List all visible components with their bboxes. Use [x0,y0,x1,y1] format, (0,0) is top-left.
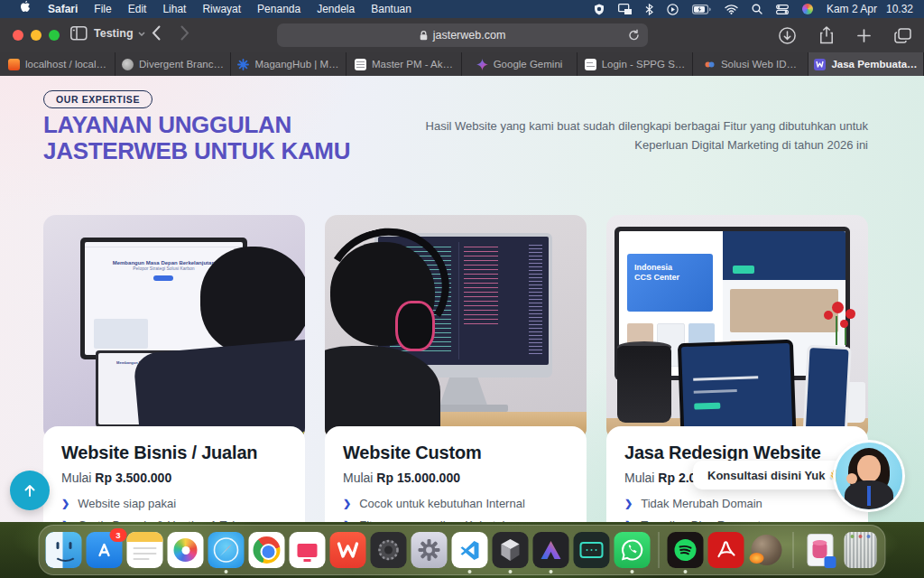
menubar-item-riwayat[interactable]: Riwayat [194,0,249,18]
whatsapp-icon[interactable] [614,532,651,568]
page-title: LAYANAN UNGGULAN JASTERWEB UNTUK KAMU [43,112,350,164]
localhost-favicon [8,59,20,70]
gradient-a-app-icon[interactable] [533,532,569,568]
share-icon[interactable] [819,26,834,48]
card-image-jasa-redesign: IndonesiaCCS Center [606,215,868,441]
acrobat-icon[interactable] [708,532,744,568]
chat-widget-bubble[interactable]: Konsultasi disini Yuk 👋 [693,461,857,489]
card-title: Website Custom [343,443,568,463]
new-tab-icon[interactable] [857,29,871,46]
control-center-icon[interactable] [776,5,789,14]
url-text: jasterweb.com [433,29,506,42]
shield-icon[interactable] [594,4,605,15]
section-badge: OUR EXPERTISE [43,90,152,108]
download-icon[interactable] [779,27,796,48]
tab-master-pm[interactable]: Master PM - Ak… [346,52,462,76]
safari-toolbar: Testing jasterweb.com [0,18,924,52]
address-bar[interactable]: jasterweb.com [277,23,648,47]
card-title: Website Bisnis / Jualan [61,443,287,463]
chrome-icon[interactable] [249,532,285,568]
sidebar-icon[interactable] [70,26,88,44]
menubar-item-file[interactable]: File [86,0,119,18]
feature-item: ❯Tampilan Bisa Request [624,518,850,522]
vscode-icon[interactable] [452,532,488,568]
menubar-item-bantuan[interactable]: Bantuan [363,0,420,18]
maximize-window-button[interactable] [49,30,60,41]
menu-bar: Safari File Edit Lihat Riwayat Penanda J… [0,0,924,18]
tab-overview-icon[interactable] [894,28,911,47]
person-silhouette [200,247,305,355]
safari-window: Testing jasterweb.com localhost / local…… [0,18,924,522]
play-circle-icon[interactable] [667,4,679,15]
solusi-favicon [704,59,716,70]
settings-icon[interactable] [411,532,448,568]
tab-gemini[interactable]: Google Gemini [462,52,578,76]
scroll-to-top-button[interactable] [10,471,50,510]
menubar-item-penanda[interactable]: Penanda [249,0,309,18]
dock-separator [793,532,794,568]
tab-divergent[interactable]: Divergent Branc… [116,52,231,76]
service-card-website-custom[interactable]: Website Custom Mulai Rp 15.000.000 ❯Coco… [325,215,587,522]
bluetooth-icon[interactable] [645,4,653,15]
apple-menu-icon[interactable] [11,0,40,18]
tab-group-selector[interactable]: Testing [94,27,145,40]
feature-item: ❯Website siap pakai [61,497,287,510]
minimize-window-button[interactable] [31,30,42,41]
notion-favicon [355,59,366,70]
feature-item: ❯Cocok untuk kebutuhan Internal [343,497,568,510]
safari-icon[interactable] [208,532,245,568]
dial-wheel-icon[interactable] [371,532,407,568]
tumbler [617,346,672,423]
menubar-clock: Kam 2 Apr10.32 [827,3,913,15]
cube-3d-app-icon[interactable] [493,532,529,568]
comet-app-icon[interactable] [749,532,785,568]
notification-badge: 3 [110,528,127,542]
chevron-right-icon: ❯ [343,519,351,522]
login-favicon [585,59,596,70]
battery-icon [692,5,711,14]
trash-icon[interactable] [845,532,877,568]
tab-login-sppg[interactable]: Login - SPPG S… [578,52,693,76]
service-card-website-bisnis[interactable]: Membangun Masa Depan Berkelanjutan Pelop… [43,215,305,522]
chevron-right-icon: ❯ [624,498,633,509]
chevron-right-icon: ❯ [343,498,351,509]
card-image-website-bisnis: Membangun Masa Depan Berkelanjutan Pelop… [43,215,305,441]
divergent-favicon [122,59,134,70]
tab-jasa-pembuatan[interactable]: Jasa Pembuata… [808,52,924,76]
database-file-icon[interactable] [802,532,838,568]
app-store-icon[interactable]: 3 [87,532,123,568]
chat-agent-avatar[interactable] [836,443,902,509]
menubar-item-edit[interactable]: Edit [120,0,155,18]
dock-separator [659,532,660,568]
reload-icon[interactable] [628,29,640,44]
tab-localhost[interactable]: localhost / local… [0,52,116,76]
gemini-favicon [476,59,488,70]
anydesk-icon[interactable] [290,532,326,568]
finder-icon[interactable] [46,532,82,568]
tab-solusi-web[interactable]: Solusi Web ID… [693,52,808,76]
menubar-item-jendela[interactable]: Jendela [309,0,363,18]
dock: 3 [39,525,886,575]
chevron-right-icon: ❯ [61,519,69,522]
menubar-item-lihat[interactable]: Lihat [154,0,194,18]
feature-item: ❯Tidak Merubah Domain [624,497,850,510]
tab-strip: localhost / local… Divergent Branc… Maga… [0,52,924,76]
photos-icon[interactable] [168,532,204,568]
wps-office-icon[interactable] [330,532,366,568]
section-description: Hasil Website yang kami buat sudah dilen… [426,117,868,154]
tab-maganghub[interactable]: MagangHub | M… [231,52,346,76]
notes-icon[interactable] [127,532,163,568]
terminal-card-app-icon[interactable] [574,532,610,568]
forward-button[interactable] [180,25,189,45]
screen-mirroring-icon[interactable] [618,4,632,14]
maganghub-favicon [237,59,249,70]
spotlight-icon[interactable] [752,4,762,14]
wifi-icon[interactable] [725,5,738,14]
menubar-app-name[interactable]: Safari [40,0,86,18]
jasterweb-favicon [814,59,826,70]
arrow-up-icon [23,483,37,498]
color-profile-icon[interactable] [802,4,813,14]
back-button[interactable] [152,25,161,45]
close-window-button[interactable] [13,30,23,41]
spotify-icon[interactable] [668,532,704,568]
